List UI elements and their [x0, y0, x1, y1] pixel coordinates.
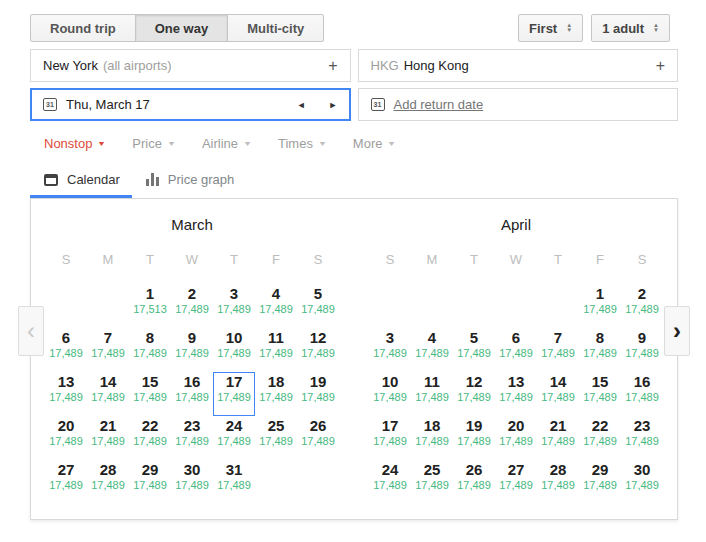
cabin-class-dropdown[interactable]: First ▲▼ — [518, 14, 583, 42]
calendar-day-cell[interactable]: 1517,489 — [129, 372, 171, 416]
tab-price-graph[interactable]: Price graph — [132, 161, 246, 198]
calendar-day-cell[interactable]: 3017,489 — [171, 460, 213, 504]
calendar-day-cell[interactable]: 817,489 — [579, 328, 621, 372]
calendar-day-cell[interactable]: 517,489 — [453, 328, 495, 372]
weekday-header: S — [621, 252, 663, 284]
day-price: 17,489 — [129, 390, 171, 404]
calendar-day-cell[interactable]: 1317,489 — [45, 372, 87, 416]
calendar-day-cell[interactable]: 2317,489 — [621, 416, 663, 460]
plus-icon[interactable]: + — [328, 58, 337, 74]
calendar-day-cell[interactable]: 2817,489 — [537, 460, 579, 504]
calendar-day-cell[interactable]: 417,489 — [255, 284, 297, 328]
calendar-icon: 31 — [371, 98, 385, 111]
return-date-field[interactable]: 31 Add return date — [358, 88, 679, 121]
calendar-day-cell[interactable]: 2917,489 — [129, 460, 171, 504]
calendar-day-cell[interactable]: 1417,489 — [87, 372, 129, 416]
calendar-day-cell[interactable]: 1817,489 — [255, 372, 297, 416]
calendar-day-cell[interactable]: 1417,489 — [537, 372, 579, 416]
calendar-day-cell[interactable]: 1117,489 — [255, 328, 297, 372]
calendar-day-cell[interactable]: 2417,489 — [213, 416, 255, 460]
calendar-day-cell[interactable]: 1717,489 — [369, 416, 411, 460]
calendar-day-cell[interactable]: 2617,489 — [453, 460, 495, 504]
calendar-day-cell[interactable]: 2217,489 — [579, 416, 621, 460]
calendar-day-cell[interactable]: 2517,489 — [411, 460, 453, 504]
calendar-day-cell[interactable]: 2117,489 — [87, 416, 129, 460]
calendar-day-cell[interactable]: 1117,489 — [411, 372, 453, 416]
calendar-day-cell[interactable]: 1717,489 — [213, 372, 255, 416]
calendar-day-cell[interactable]: 2217,489 — [129, 416, 171, 460]
plus-icon[interactable]: + — [656, 58, 665, 74]
calendar-day-cell[interactable]: 2017,489 — [45, 416, 87, 460]
calendar-day-cell[interactable]: 217,489 — [621, 284, 663, 328]
calendar-day-cell[interactable]: 2517,489 — [255, 416, 297, 460]
calendar-day-cell[interactable]: 2717,489 — [45, 460, 87, 504]
prev-day-icon[interactable]: ◄ — [297, 100, 306, 110]
round-trip-button[interactable]: Round trip — [30, 14, 136, 42]
multi-city-button[interactable]: Multi-city — [227, 14, 324, 42]
calendar-day-cell[interactable]: 617,489 — [45, 328, 87, 372]
calendar-day-cell[interactable]: 517,489 — [297, 284, 339, 328]
calendar-day-cell[interactable]: 317,489 — [369, 328, 411, 372]
calendar-day-cell[interactable]: 1217,489 — [297, 328, 339, 372]
calendar-day-cell[interactable]: 2717,489 — [495, 460, 537, 504]
calendar-day-cell[interactable]: 2917,489 — [579, 460, 621, 504]
calendar-day-cell[interactable]: 2417,489 — [369, 460, 411, 504]
prev-month-button[interactable]: ‹ — [18, 306, 44, 356]
day-price: 17,489 — [621, 390, 663, 404]
passenger-count-dropdown[interactable]: 1 adult ▲▼ — [591, 14, 670, 42]
calendar-day-cell[interactable]: 217,489 — [171, 284, 213, 328]
filter-airline[interactable]: Airline ▼ — [202, 136, 251, 151]
calendar-day-cell[interactable]: 1917,489 — [453, 416, 495, 460]
month-title: April — [369, 216, 663, 233]
filter-nonstop[interactable]: Nonstop ▼ — [44, 136, 105, 151]
calendar-day-cell[interactable]: 2617,489 — [297, 416, 339, 460]
calendar-day-cell[interactable]: 2117,489 — [537, 416, 579, 460]
filter-price[interactable]: Price ▼ — [132, 136, 175, 151]
day-number: 17 — [369, 417, 411, 434]
calendar-day-cell[interactable]: 3017,489 — [621, 460, 663, 504]
calendar-day-cell[interactable]: 917,489 — [621, 328, 663, 372]
calendar-day-cell[interactable]: 417,489 — [411, 328, 453, 372]
calendar-day-cell[interactable]: 117,489 — [579, 284, 621, 328]
calendar-day-cell[interactable]: 1917,489 — [297, 372, 339, 416]
calendar-day-cell[interactable]: 1617,489 — [621, 372, 663, 416]
calendar-day-cell[interactable]: 917,489 — [171, 328, 213, 372]
day-number: 26 — [297, 417, 339, 434]
filter-more[interactable]: More ▼ — [353, 136, 396, 151]
one-way-button[interactable]: One way — [135, 14, 228, 42]
calendar-day-cell[interactable]: 1517,489 — [579, 372, 621, 416]
day-price: 17,489 — [453, 478, 495, 492]
calendar-day-cell[interactable]: 1217,489 — [453, 372, 495, 416]
calendar-day-cell[interactable]: 1817,489 — [411, 416, 453, 460]
calendar-day-cell[interactable]: 2017,489 — [495, 416, 537, 460]
day-number: 12 — [453, 373, 495, 390]
tab-calendar[interactable]: Calendar — [30, 161, 132, 198]
calendar-day-cell[interactable]: 2817,489 — [87, 460, 129, 504]
calendar-day-cell[interactable]: 717,489 — [537, 328, 579, 372]
calendar-day-cell[interactable]: 817,489 — [129, 328, 171, 372]
calendar-day-cell[interactable]: 1317,489 — [495, 372, 537, 416]
day-price: 17,489 — [255, 390, 297, 404]
add-return-date-link[interactable]: Add return date — [394, 97, 484, 112]
filter-label: Nonstop — [44, 136, 92, 151]
calendar-day-cell[interactable]: 3117,489 — [213, 460, 255, 504]
departure-date-field[interactable]: 31 Thu, March 17 ◄ ► — [30, 88, 351, 121]
day-price: 17,489 — [495, 478, 537, 492]
day-price: 17,489 — [45, 478, 87, 492]
calendar-day-cell[interactable]: 317,489 — [213, 284, 255, 328]
next-day-icon[interactable]: ► — [329, 100, 338, 110]
next-month-button[interactable]: › — [664, 306, 690, 356]
calendar-day-cell[interactable]: 117,513 — [129, 284, 171, 328]
day-price: 17,513 — [129, 302, 171, 316]
origin-field[interactable]: New York (all airports) + — [30, 49, 351, 82]
filter-times[interactable]: Times ▼ — [278, 136, 326, 151]
calendar-day-cell[interactable]: 2317,489 — [171, 416, 213, 460]
calendar-day-cell[interactable]: 617,489 — [495, 328, 537, 372]
calendar-day-cell[interactable]: 1617,489 — [171, 372, 213, 416]
calendar-day-cell[interactable]: 717,489 — [87, 328, 129, 372]
passenger-count-value: 1 adult — [602, 21, 644, 36]
calendar-empty-cell — [537, 284, 579, 328]
destination-field[interactable]: HKG Hong Kong + — [358, 49, 679, 82]
calendar-day-cell[interactable]: 1017,489 — [213, 328, 255, 372]
calendar-day-cell[interactable]: 1017,489 — [369, 372, 411, 416]
